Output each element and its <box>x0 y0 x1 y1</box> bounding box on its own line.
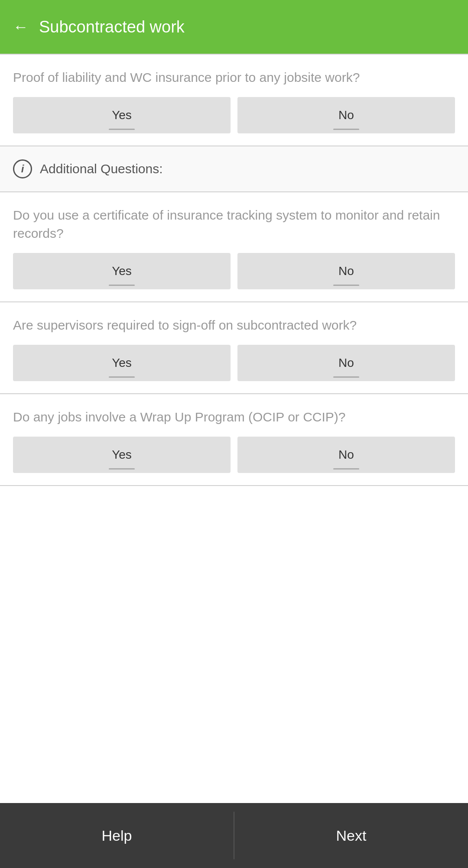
page-title: Subcontracted work <box>39 18 185 36</box>
yes-button-3[interactable]: Yes <box>13 345 231 381</box>
back-icon[interactable]: ← <box>13 19 29 35</box>
yes-button-2[interactable]: Yes <box>13 253 231 289</box>
additional-questions-label: Additional Questions: <box>40 162 163 176</box>
yes-button-1[interactable]: Yes <box>13 97 231 133</box>
question-section-1: Proof of liability and WC insurance prio… <box>0 55 468 146</box>
content-area: Proof of liability and WC insurance prio… <box>0 55 468 803</box>
question-text-4: Do any jobs involve a Wrap Up Program (O… <box>13 408 455 426</box>
button-row-4: Yes No <box>13 437 455 473</box>
no-button-3[interactable]: No <box>237 345 455 381</box>
question-text-3: Are supervisors required to sign-off on … <box>13 316 455 334</box>
no-button-4[interactable]: No <box>237 437 455 473</box>
no-button-2[interactable]: No <box>237 253 455 289</box>
button-row-2: Yes No <box>13 253 455 289</box>
button-row-1: Yes No <box>13 97 455 133</box>
additional-questions-banner: i Additional Questions: <box>0 146 468 192</box>
no-button-1[interactable]: No <box>237 97 455 133</box>
question-section-3: Are supervisors required to sign-off on … <box>0 302 468 394</box>
footer: Help Next <box>0 803 468 868</box>
info-icon: i <box>13 159 32 178</box>
button-row-3: Yes No <box>13 345 455 381</box>
question-text-2: Do you use a certificate of insurance tr… <box>13 206 455 243</box>
question-section-4: Do any jobs involve a Wrap Up Program (O… <box>0 394 468 486</box>
question-text-1: Proof of liability and WC insurance prio… <box>13 68 455 87</box>
yes-button-4[interactable]: Yes <box>13 437 231 473</box>
app-header: ← Subcontracted work <box>0 0 468 54</box>
help-button[interactable]: Help <box>0 803 234 868</box>
question-section-2: Do you use a certificate of insurance tr… <box>0 192 468 302</box>
next-button[interactable]: Next <box>234 803 468 868</box>
